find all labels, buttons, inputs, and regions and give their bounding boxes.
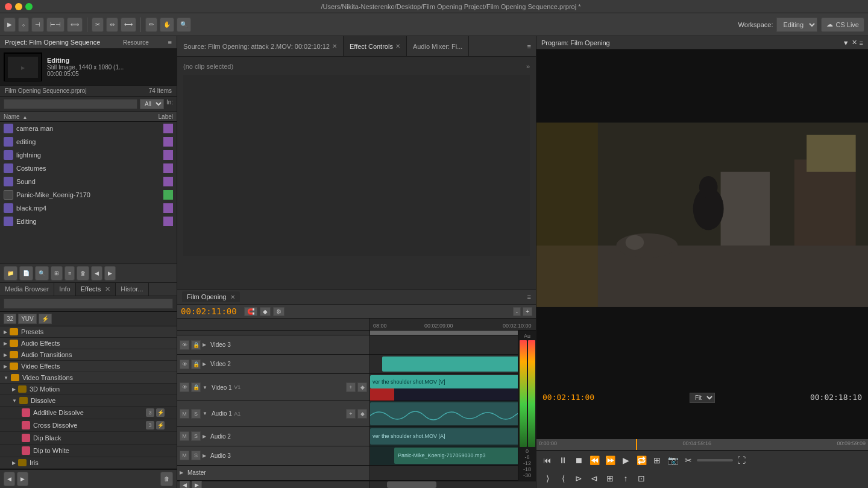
audio2-solo-btn[interactable]: S <box>191 431 201 441</box>
program-dropdown-icon[interactable]: ▼ <box>843 39 849 46</box>
timeline-zoom-in-btn[interactable]: + <box>523 307 532 316</box>
prog-prev-frame-btn[interactable]: ⏪ <box>587 453 602 467</box>
effect-dip-white[interactable]: Dip to White <box>0 445 177 457</box>
list-item[interactable]: Sound <box>0 175 177 188</box>
prog-volume-slider[interactable] <box>697 459 733 461</box>
maximize-button[interactable] <box>25 3 33 10</box>
timeline-snap-btn[interactable]: 🧲 <box>244 307 257 316</box>
cs-live-button[interactable]: ☁ CS Live <box>821 17 864 32</box>
tool-track-select[interactable]: ⬦ <box>18 17 29 32</box>
list-item[interactable]: Editing <box>0 215 177 228</box>
timeline-ruler-right[interactable]: 08:00 00:02:09:00 00:02:10:00 00:02:11:0… <box>370 318 536 330</box>
project-icons-view[interactable]: ⊞ <box>51 266 63 280</box>
tool-razor[interactable]: ✂ <box>92 17 104 32</box>
project-panel-menu-icon[interactable]: ≡ <box>168 39 172 46</box>
audio2-mute-btn[interactable]: M <box>180 431 189 441</box>
project-nav-next[interactable]: ▶ <box>104 266 116 280</box>
subcategory-iris[interactable]: ▶ Iris <box>0 457 177 469</box>
project-new-item[interactable]: 📄 <box>19 266 33 280</box>
minimize-button[interactable] <box>15 3 22 10</box>
project-nav-prev[interactable]: ◀ <box>91 266 102 280</box>
tab-history[interactable]: Histor... <box>116 283 148 296</box>
video2-eye-btn[interactable]: 👁 <box>180 360 189 369</box>
audio3-solo-btn[interactable]: S <box>191 451 201 460</box>
video2-clip[interactable] <box>382 356 518 372</box>
scroll-next-btn[interactable]: ▶ <box>192 481 202 489</box>
effects-tab-close-icon[interactable]: ✕ <box>105 285 110 293</box>
prog-play-forward-btn[interactable]: ▶ <box>618 453 633 467</box>
program-progress-bar[interactable]: 0:00:00 00:04:59:16 00:09:59:09 <box>536 439 868 451</box>
effect-dip-black[interactable]: Dip Black <box>0 432 177 445</box>
audio-1-content[interactable]: attack 2.MOV [A] Volume:Level <box>370 401 518 426</box>
audio1-mute-btn[interactable]: M <box>180 409 189 419</box>
list-item[interactable]: camera man <box>0 122 177 135</box>
video-2-content[interactable] <box>370 355 518 373</box>
tool-hand[interactable]: ✋ <box>160 17 174 32</box>
a1-clip1[interactable] <box>370 402 518 425</box>
category-video-effects[interactable]: ▶ Video Effects <box>0 361 177 372</box>
program-panel-menu-icon[interactable]: ≡ <box>860 39 863 46</box>
video2-lock-btn[interactable]: 🔒 <box>191 360 201 369</box>
effects-yuv-btn[interactable]: YUV <box>18 314 37 324</box>
effects-accel-btn[interactable]: ⚡ <box>39 314 52 324</box>
source-panel-menu-icon[interactable]: ≡ <box>527 43 531 50</box>
prog-export-frame-btn[interactable]: 📷 <box>665 453 680 467</box>
list-item[interactable]: editing <box>0 135 177 148</box>
close-button[interactable] <box>5 3 12 10</box>
effect-additive-dissolve[interactable]: Additive Dissolve 3 ⚡ <box>0 407 177 419</box>
effect-cross-dissolve[interactable]: Cross Dissolve 3 ⚡ <box>0 419 177 432</box>
tab-effects[interactable]: Effects ✕ <box>76 283 116 296</box>
project-search-input[interactable] <box>4 99 137 109</box>
effects-32-btn[interactable]: 32 <box>4 314 16 324</box>
video3-eye-btn[interactable]: 👁 <box>180 340 189 350</box>
tab-audio-mixer[interactable]: Audio Mixer: Fi... <box>407 36 470 56</box>
effect-controls-expand-icon[interactable]: » <box>526 63 530 70</box>
video1-eye-btn[interactable]: 👁 <box>180 382 189 392</box>
effect-acc-icon[interactable]: ⚡ <box>156 408 165 417</box>
timeline-menu-icon[interactable]: ≡ <box>527 293 531 300</box>
project-list-view[interactable]: ≡ <box>64 266 75 280</box>
prog-out-point-btn[interactable]: ⟨ <box>556 471 570 486</box>
a2-clip1[interactable]: ver the shoulder shot.MOV [A] <box>370 428 518 445</box>
audio1-solo-btn[interactable]: S <box>191 409 201 419</box>
prog-in-point-btn[interactable]: ⟩ <box>540 471 555 486</box>
timeline-tab-film-opening[interactable]: Film Opening ✕ <box>182 291 240 302</box>
prog-next-frame-btn[interactable]: ⏩ <box>603 453 617 467</box>
resource-btn[interactable]: Resource <box>123 39 149 46</box>
video1-add-btn[interactable]: + <box>346 382 356 392</box>
v1-clip1[interactable]: ver the shoulder shot.MOV [V] <box>370 375 518 388</box>
program-fit-select[interactable]: Fit <box>690 393 715 403</box>
prog-overwrite-btn[interactable]: ⊞ <box>603 471 617 486</box>
tool-select[interactable]: ▶ <box>4 17 16 32</box>
effects-delete[interactable]: 🗑 <box>160 472 173 486</box>
prog-stop-btn[interactable]: ⏹ <box>571 453 586 467</box>
category-video-transitions[interactable]: ▼ Video Transitions <box>0 372 177 384</box>
prog-full-screen-btn[interactable]: ⛶ <box>734 453 749 467</box>
project-search-btn[interactable]: 🔍 <box>35 266 49 280</box>
workspace-select[interactable]: Editing <box>776 17 817 32</box>
tool-rolling[interactable]: ⊢⊣ <box>46 17 64 32</box>
tab-effect-controls[interactable]: Effect Controls ✕ <box>344 36 407 56</box>
video3-lock-btn[interactable]: 🔒 <box>191 340 201 350</box>
prog-loop-btn[interactable]: 🔁 <box>634 453 649 467</box>
timeline-zoom-out-btn[interactable]: - <box>513 307 521 316</box>
prog-step-back-btn[interactable]: ⏮ <box>540 453 555 467</box>
timeline-marker-btn[interactable]: ◆ <box>260 307 271 316</box>
prog-safe-zones-btn[interactable]: ⊞ <box>650 453 664 467</box>
category-audio-effects[interactable]: ▶ Audio Effects <box>0 338 177 349</box>
prog-trim-btn[interactable]: ✂ <box>681 453 696 467</box>
audio-3-content[interactable]: Panic-Mike_Koenig-717059030.mp3 <box>370 446 518 465</box>
effect-32-icon[interactable]: 3 <box>146 408 154 417</box>
scroll-prev-btn[interactable]: ◀ <box>180 481 190 489</box>
effects-nav-prev[interactable]: ◀ <box>4 472 15 486</box>
project-new-bin[interactable]: 📁 <box>4 266 17 280</box>
list-item[interactable]: Costumes <box>0 162 177 175</box>
tool-pen[interactable]: ✏ <box>145 17 157 32</box>
work-area-right[interactable] <box>370 331 518 335</box>
effects-search-input[interactable] <box>4 299 173 309</box>
tool-ripple[interactable]: ⊣ <box>31 17 44 32</box>
audio1-keyframe-btn[interactable]: ◆ <box>357 409 367 419</box>
list-item[interactable]: lightning <box>0 148 177 162</box>
tool-slide[interactable]: ⟷ <box>121 17 136 32</box>
prog-play-pause-btn[interactable]: ⏸ <box>556 453 570 467</box>
